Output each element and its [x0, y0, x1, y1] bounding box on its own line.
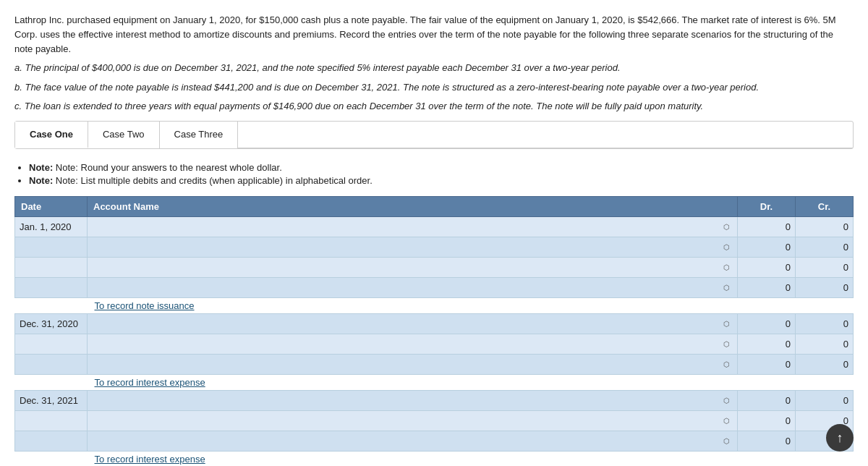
account-name-cell[interactable]	[88, 334, 738, 354]
memo-link[interactable]: To record note issuance	[95, 300, 195, 311]
account-select[interactable]	[92, 357, 733, 371]
col-header-date: Date	[15, 196, 88, 216]
account-select[interactable]	[92, 260, 733, 274]
table-row: Dec. 31, 202100	[15, 390, 854, 410]
account-name-cell[interactable]	[88, 313, 738, 334]
date-cell	[15, 410, 88, 431]
date-cell	[15, 277, 88, 297]
cr-cell: 0	[796, 216, 854, 237]
memo-row: To record note issuance	[15, 297, 854, 313]
dr-cell: 0	[738, 354, 796, 374]
date-cell: Jan. 1, 2020	[15, 216, 88, 237]
memo-link[interactable]: To record interest expense	[95, 454, 205, 465]
memo-row: To record interest expense	[15, 451, 854, 466]
dr-cell: 0	[738, 390, 796, 410]
date-cell	[15, 334, 88, 354]
part-b-text: b. The face value of the note payable is…	[14, 80, 854, 95]
memo-link[interactable]: To record interest expense	[95, 377, 205, 388]
cr-cell: 0	[796, 390, 854, 410]
table-row: Jan. 1, 202000	[15, 216, 854, 237]
account-name-cell[interactable]	[88, 277, 738, 297]
dr-cell: 0	[738, 257, 796, 277]
intro-text: Lathrop Inc. purchased equipment on Janu…	[14, 13, 854, 56]
cr-cell: 0	[796, 313, 854, 334]
cr-cell: 0	[796, 277, 854, 297]
account-name-cell[interactable]	[88, 354, 738, 374]
tab-underline	[238, 122, 853, 148]
problem-text: Lathrop Inc. purchased equipment on Janu…	[14, 13, 854, 114]
dr-cell: 0	[738, 431, 796, 451]
notes-section: Note: Note: Round your answers to the ne…	[14, 162, 854, 186]
account-name-cell[interactable]	[88, 390, 738, 410]
date-cell	[15, 431, 88, 451]
tabs-section: Case One Case Two Case Three	[14, 121, 854, 149]
date-cell: Dec. 31, 2020	[15, 313, 88, 334]
dr-cell: 0	[738, 237, 796, 257]
table-row: 00	[15, 354, 854, 374]
memo-cell[interactable]: To record interest expense	[15, 374, 854, 390]
memo-row: To record interest expense	[15, 374, 854, 390]
col-header-dr: Dr.	[738, 196, 796, 216]
account-select[interactable]	[92, 240, 733, 254]
date-cell	[15, 237, 88, 257]
dr-cell: 0	[738, 334, 796, 354]
dr-cell: 0	[738, 216, 796, 237]
table-row: 00	[15, 410, 854, 431]
col-header-account: Account Name	[88, 196, 738, 216]
account-select[interactable]	[92, 337, 733, 351]
part-c-text: c. The loan is extended to three years w…	[14, 99, 854, 114]
account-select[interactable]	[92, 281, 733, 295]
memo-cell[interactable]: To record interest expense	[15, 451, 854, 466]
part-a-text: a. The principal of $400,000 is due on D…	[14, 61, 854, 75]
note-1: Note: Note: Round your answers to the ne…	[29, 162, 854, 173]
account-select[interactable]	[92, 317, 733, 331]
table-row: 00	[15, 257, 854, 277]
account-name-cell[interactable]	[88, 431, 738, 451]
tab-case-two[interactable]: Case Two	[88, 122, 160, 148]
cr-cell: 0	[796, 257, 854, 277]
date-cell	[15, 354, 88, 374]
cr-cell: 0	[796, 334, 854, 354]
scroll-up-button[interactable]: ↑	[826, 424, 854, 452]
table-row: Dec. 31, 202000	[15, 313, 854, 334]
table-row: 00	[15, 334, 854, 354]
table-row: 00	[15, 431, 854, 451]
account-select[interactable]	[92, 434, 733, 448]
dr-cell: 0	[738, 410, 796, 431]
account-name-cell[interactable]	[88, 410, 738, 431]
account-name-cell[interactable]	[88, 257, 738, 277]
memo-cell[interactable]: To record note issuance	[15, 297, 854, 313]
note-2: Note: Note: List multiple debits and cre…	[29, 175, 854, 186]
table-row: 00	[15, 277, 854, 297]
cr-cell: 0	[796, 237, 854, 257]
col-header-cr: Cr.	[796, 196, 854, 216]
table-row: 00	[15, 237, 854, 257]
date-cell	[15, 257, 88, 277]
date-cell: Dec. 31, 2021	[15, 390, 88, 410]
account-select[interactable]	[92, 220, 733, 234]
main-content: Lathrop Inc. purchased equipment on Janu…	[0, 0, 868, 466]
account-name-cell[interactable]	[88, 216, 738, 237]
cr-cell: 0	[796, 354, 854, 374]
account-select[interactable]	[92, 414, 733, 428]
dr-cell: 0	[738, 313, 796, 334]
tab-case-one[interactable]: Case One	[15, 122, 88, 148]
journal-table: Date Account Name Dr. Cr. Jan. 1, 202000…	[14, 196, 854, 466]
tab-case-three[interactable]: Case Three	[160, 122, 239, 148]
account-name-cell[interactable]	[88, 237, 738, 257]
account-select[interactable]	[92, 394, 733, 407]
dr-cell: 0	[738, 277, 796, 297]
